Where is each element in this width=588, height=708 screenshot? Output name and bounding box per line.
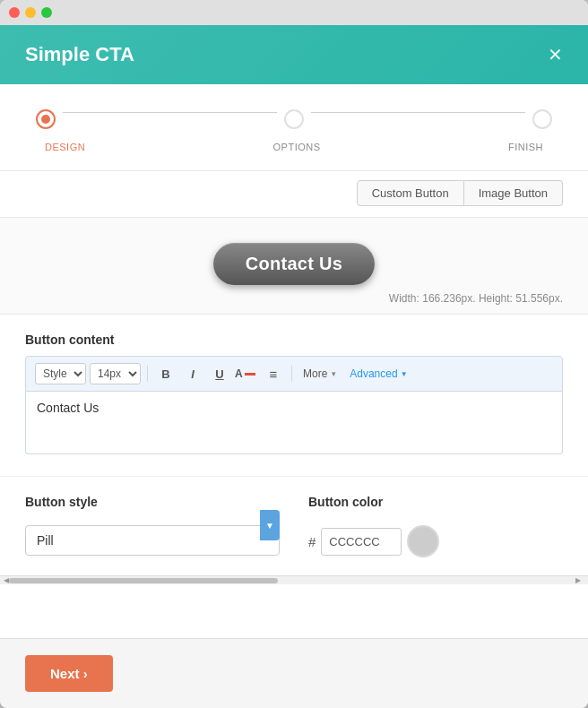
step-options	[284, 109, 304, 129]
dialog-title: Simple CTA	[25, 43, 134, 66]
button-color-label: Button color	[308, 495, 563, 509]
underline-button[interactable]: U	[208, 362, 231, 385]
header: Simple CTA ✕	[0, 25, 588, 84]
minimize-dot[interactable]	[25, 7, 36, 18]
button-color-group: Button color #	[308, 495, 563, 557]
color-input-row: #	[308, 525, 563, 557]
scroll-thumb[interactable]	[9, 578, 278, 583]
titlebar	[0, 0, 588, 25]
step-line-1	[63, 112, 277, 113]
more-caret: ▼	[330, 370, 337, 378]
close-dot[interactable]	[9, 7, 20, 18]
preview-cta-button[interactable]: Contact Us	[213, 243, 376, 285]
bold-button[interactable]: B	[154, 362, 177, 385]
button-style-group: Button style Pill Rounded Square ▼	[25, 495, 280, 557]
step-options-circle	[284, 109, 304, 129]
step-options-label: OPTIONS	[273, 142, 321, 152]
horizontal-scrollbar[interactable]: ◀ ▶	[0, 575, 588, 584]
next-button[interactable]: Next ›	[25, 655, 113, 692]
custom-button-type[interactable]: Custom Button	[357, 180, 464, 206]
steps-row	[36, 109, 552, 129]
step-finish-circle	[532, 109, 552, 129]
button-content-label: Button content	[25, 332, 563, 347]
toolbar-divider-2	[291, 366, 292, 382]
size-select[interactable]: 14px	[90, 363, 141, 384]
toolbar-divider-1	[147, 366, 148, 382]
step-line-2	[311, 112, 525, 113]
advanced-caret: ▼	[401, 370, 408, 378]
main-content: DESIGN OPTIONS FINISH Custom Button Imag…	[0, 84, 588, 638]
color-hex-input[interactable]	[321, 528, 402, 556]
align-button[interactable]: ≡	[262, 362, 285, 385]
button-content-textarea[interactable]: Contact Us	[25, 392, 563, 454]
button-content-section: Button content Style 14px B I U A ≡ More…	[0, 315, 588, 476]
steps-section: DESIGN OPTIONS FINISH	[0, 84, 588, 171]
style-select[interactable]: Style	[35, 363, 86, 384]
step-design-label: DESIGN	[45, 142, 85, 152]
step-finish-label: FINISH	[508, 142, 543, 152]
footer: Next ›	[0, 638, 588, 708]
preview-section: Contact Us Width: 166.236px. Height: 51.…	[0, 217, 588, 315]
button-style-select-wrapper: Pill Rounded Square ▼	[25, 525, 280, 556]
font-color-button[interactable]: A	[235, 362, 258, 385]
style-color-row: Button style Pill Rounded Square ▼ Butto…	[0, 476, 588, 575]
italic-button[interactable]: I	[181, 362, 204, 385]
close-button[interactable]: ✕	[548, 46, 563, 64]
main-window: Simple CTA ✕ DESIGN OPTIONS	[0, 0, 588, 708]
more-dropdown[interactable]: More ▼	[298, 365, 342, 383]
step-design	[36, 109, 56, 129]
advanced-dropdown[interactable]: Advanced ▼	[345, 365, 411, 383]
step-finish	[532, 109, 552, 129]
formatting-toolbar: Style 14px B I U A ≡ More ▼ Advanced ▼	[25, 356, 563, 392]
scroll-right-arrow[interactable]: ▶	[572, 576, 584, 584]
maximize-dot[interactable]	[41, 7, 52, 18]
preview-dimensions: Width: 166.236px. Height: 51.556px.	[389, 292, 588, 305]
button-style-select[interactable]: Pill Rounded Square	[25, 525, 280, 556]
color-swatch[interactable]	[407, 525, 439, 557]
button-style-label: Button style	[25, 495, 280, 509]
step-design-circle	[36, 109, 56, 129]
image-button-type[interactable]: Image Button	[464, 180, 563, 206]
hash-sign: #	[308, 534, 316, 549]
button-type-row: Custom Button Image Button	[0, 171, 588, 217]
